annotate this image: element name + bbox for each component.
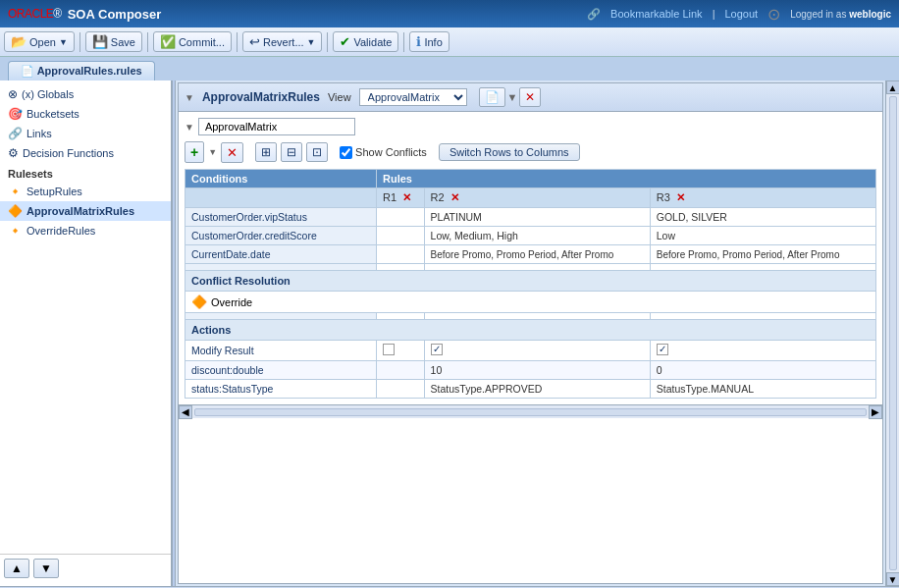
sidebar-item-globals[interactable]: ⊗ (x) Globals bbox=[0, 84, 171, 104]
condition-3-label: CurrentDate.date bbox=[185, 245, 377, 264]
scroll-right-btn[interactable]: ▶ bbox=[869, 405, 882, 419]
app-title: SOA Composer bbox=[68, 7, 162, 22]
r1-close-btn[interactable]: ✕ bbox=[402, 191, 411, 203]
scroll-track[interactable] bbox=[194, 408, 867, 416]
condition-row-2: CustomerOrder.creditScore Low, Medium, H… bbox=[185, 227, 876, 245]
oracle-logo: ORACLE® bbox=[8, 7, 62, 21]
horizontal-scrollbar[interactable]: ◀ ▶ bbox=[179, 404, 882, 418]
override-icon: 🔶 bbox=[191, 294, 207, 309]
rule-r2-header: R2 ✕ bbox=[424, 188, 650, 208]
commit-button[interactable]: ✅ Commit... bbox=[153, 31, 232, 52]
actions-label: Actions bbox=[185, 320, 876, 341]
r2-close-btn[interactable]: ✕ bbox=[450, 191, 459, 203]
vscroll-down-btn[interactable]: ▼ bbox=[886, 572, 900, 586]
nav-up-button[interactable]: ▲ bbox=[4, 559, 29, 578]
condition-2-r2[interactable]: Low, Medium, High bbox=[424, 227, 650, 245]
matrix-name-input[interactable] bbox=[198, 118, 355, 135]
revert-button[interactable]: ↩ Revert... ▼ bbox=[242, 31, 323, 52]
rules-delete-btn[interactable]: ✕ bbox=[519, 87, 541, 107]
delete-row-button[interactable]: ✕ bbox=[221, 142, 243, 163]
actions-section-row: Actions bbox=[185, 320, 876, 341]
setup-rules-icon: 🔸 bbox=[8, 185, 23, 198]
open-dropdown-icon[interactable]: ▼ bbox=[59, 37, 68, 47]
validate-button[interactable]: ✔ Validate bbox=[333, 31, 398, 52]
conflict-override-row: 🔶 Override bbox=[185, 292, 876, 313]
matrix-section: ▼ + ▼ ✕ ⊞ ⊟ ⊡ Show Conflicts Swit bbox=[179, 112, 882, 404]
vscroll-up-btn[interactable]: ▲ bbox=[886, 80, 900, 94]
show-conflicts-checkbox[interactable] bbox=[340, 146, 352, 159]
rule-r1-header: R1 ✕ bbox=[377, 188, 425, 208]
sidebar-item-override-rules[interactable]: 🔸 OverrideRules bbox=[0, 221, 171, 241]
r3-close-btn[interactable]: ✕ bbox=[676, 191, 685, 203]
modify-r3-cell[interactable] bbox=[650, 341, 875, 361]
tool-btn-1[interactable]: ⊞ bbox=[255, 142, 277, 162]
header-right: 🔗 Bookmarkable Link | Logout ⊙ Logged in… bbox=[587, 5, 891, 24]
matrix-expand-icon[interactable]: ▼ bbox=[185, 122, 194, 133]
logout-link[interactable]: Logout bbox=[724, 8, 758, 20]
discount-r3[interactable]: 0 bbox=[650, 361, 875, 380]
action-status-row: status:StatusType StatusType.APPROVED St… bbox=[185, 380, 876, 399]
modify-r3-checkbox[interactable] bbox=[657, 344, 668, 355]
bucketsets-icon: 🎯 bbox=[8, 107, 23, 121]
nav-down-button[interactable]: ▼ bbox=[33, 559, 59, 578]
add-row-button[interactable]: + bbox=[185, 141, 204, 163]
sidebar-item-approval-matrix-rules[interactable]: 🔶 ApprovalMatrixRules bbox=[0, 201, 171, 221]
tool-btn-3[interactable]: ⊡ bbox=[306, 142, 328, 162]
modify-r1-checkbox[interactable] bbox=[383, 344, 395, 355]
switch-rows-columns-btn[interactable]: Switch Rows to Columns bbox=[439, 143, 580, 161]
separator-3 bbox=[237, 32, 238, 52]
scroll-left-btn[interactable]: ◀ bbox=[179, 405, 192, 419]
status-r3[interactable]: StatusType.MANUAL bbox=[650, 380, 875, 399]
condition-3-r1[interactable] bbox=[377, 245, 425, 264]
tool-btn-2[interactable]: ⊟ bbox=[281, 142, 302, 162]
condition-2-r1[interactable] bbox=[377, 227, 425, 245]
toolbar: 📂 Open ▼ 💾 Save ✅ Commit... ↩ Revert... … bbox=[0, 27, 899, 57]
links-icon: 🔗 bbox=[8, 127, 23, 140]
modify-r2-checkbox[interactable] bbox=[431, 344, 443, 355]
empty-row-1 bbox=[185, 264, 876, 271]
condition-1-r1[interactable] bbox=[377, 208, 425, 227]
status-r1[interactable] bbox=[377, 380, 425, 399]
separator-4 bbox=[327, 32, 328, 52]
add-dropdown-arrow[interactable]: ▼ bbox=[208, 147, 217, 157]
vscroll-track[interactable] bbox=[889, 96, 897, 570]
save-button[interactable]: 💾 Save bbox=[85, 31, 142, 52]
discount-label: discount:double bbox=[185, 361, 377, 380]
condition-3-r3[interactable]: Before Promo, Promo Period, After Promo bbox=[650, 245, 875, 264]
condition-row-1: CustomerOrder.vipStatus PLATINUM GOLD, S… bbox=[185, 208, 876, 227]
bookmarkable-link[interactable]: Bookmarkable Link bbox=[610, 8, 703, 20]
condition-1-r2[interactable]: PLATINUM bbox=[424, 208, 650, 227]
revert-dropdown-icon[interactable]: ▼ bbox=[307, 37, 316, 47]
discount-r2[interactable]: 10 bbox=[424, 361, 650, 380]
sidebar-item-links[interactable]: 🔗 Links bbox=[0, 124, 171, 143]
open-button[interactable]: 📂 Open ▼ bbox=[4, 31, 75, 52]
sidebar-item-bucketsets[interactable]: 🎯 Bucketsets bbox=[0, 104, 171, 124]
matrix-toolbar: + ▼ ✕ ⊞ ⊟ ⊡ Show Conflicts Switch Rows t… bbox=[185, 141, 876, 163]
vertical-scrollbar[interactable]: ▲ ▼ bbox=[885, 80, 899, 586]
modify-r1-cell[interactable] bbox=[377, 341, 425, 361]
condition-2-r3[interactable]: Low bbox=[650, 227, 875, 245]
discount-r1[interactable] bbox=[377, 361, 425, 380]
app-header: ORACLE® SOA Composer 🔗 Bookmarkable Link… bbox=[0, 0, 899, 27]
modify-r2-cell[interactable] bbox=[424, 341, 650, 361]
view-select[interactable]: ApprovalMatrix Advanced Mode Simple Mode bbox=[359, 88, 467, 106]
sidebar-item-decision-functions[interactable]: ⚙ Decision Functions bbox=[0, 143, 171, 163]
status-r2[interactable]: StatusType.APPROVED bbox=[424, 380, 650, 399]
condition-3-r2[interactable]: Before Promo, Promo Period, After Promo bbox=[424, 245, 650, 264]
info-button[interactable]: ℹ Info bbox=[409, 31, 449, 52]
condition-2-label: CustomerOrder.creditScore bbox=[185, 227, 377, 245]
rules-expand-icon[interactable]: ▼ bbox=[185, 92, 194, 103]
sidebar-nav: ▲ ▼ bbox=[0, 554, 171, 582]
logged-in-label: Logged in as weblogic bbox=[790, 9, 891, 20]
separator-2 bbox=[147, 32, 148, 52]
condition-1-r3[interactable]: GOLD, SILVER bbox=[650, 208, 875, 227]
matrix-table: Conditions Rules R1 ✕ bbox=[185, 169, 876, 399]
approval-rules-tab[interactable]: 📄 ApprovalRules.rules bbox=[8, 61, 155, 80]
action-modify-result-row: Modify Result bbox=[185, 341, 876, 361]
rules-dropdown-arrow[interactable]: ▼ bbox=[507, 91, 518, 103]
rules-title: ApprovalMatrixRules bbox=[202, 90, 320, 104]
sidebar-item-setup-rules[interactable]: 🔸 SetupRules bbox=[0, 182, 171, 201]
show-conflicts-container: Show Conflicts bbox=[340, 146, 427, 159]
rules-action-btn[interactable]: 📄 bbox=[479, 87, 505, 107]
empty-header-cell bbox=[185, 188, 377, 208]
